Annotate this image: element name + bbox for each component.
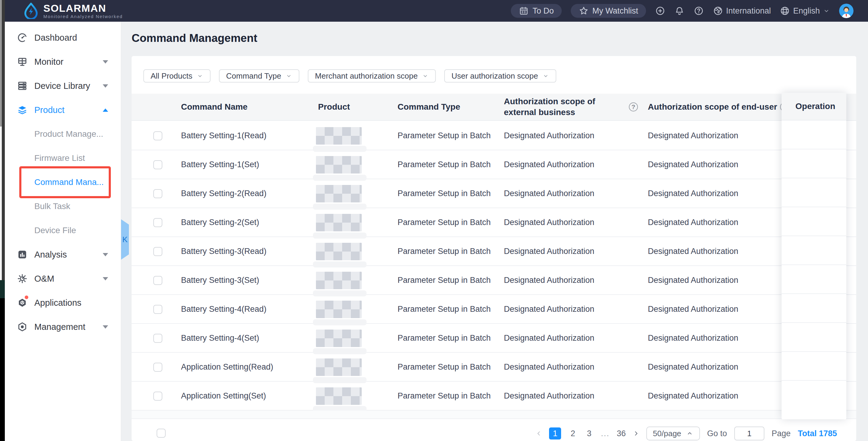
language-label: English — [793, 6, 820, 15]
censored-product-cell — [316, 243, 362, 260]
censored-product-cell — [316, 387, 362, 405]
sidebar-item-monitor[interactable]: Monitor — [5, 50, 121, 74]
operation-cell — [781, 236, 846, 265]
row-checkbox[interactable] — [153, 131, 162, 140]
operation-cell — [781, 207, 846, 236]
select-all-checkbox[interactable] — [157, 429, 166, 438]
filter-command-type[interactable]: Command Type — [219, 69, 299, 83]
censored-product-cell — [316, 272, 362, 289]
watchlist-label: My Watchlist — [592, 6, 638, 15]
gauge-icon — [17, 32, 28, 43]
filter-user-scope[interactable]: User authorization scope — [444, 69, 556, 83]
row-checkbox[interactable] — [153, 218, 162, 227]
next-page-icon[interactable] — [633, 431, 639, 437]
table-row: Battery Setting-4(Set) Parameter Setup i… — [132, 324, 856, 353]
sidebar-item-analysis[interactable]: Analysis — [5, 243, 121, 266]
table-row: Battery Setting-2(Set) Parameter Setup i… — [132, 208, 856, 237]
table-row: Battery Setting-4(Read) Parameter Setup … — [132, 295, 856, 324]
operation-cell — [781, 121, 846, 149]
censored-product-cell — [316, 214, 362, 231]
col-auth-enduser: Authorization scope of end-user ? — [648, 94, 789, 120]
sidebar-item-device-library[interactable]: Device Library — [5, 74, 121, 98]
page-size-select[interactable]: 50/page — [646, 427, 700, 440]
operation-cell — [781, 178, 846, 207]
notifications-bell-icon[interactable] — [674, 6, 685, 16]
avatar-icon — [839, 4, 854, 18]
sidebar-item-om[interactable]: O&M — [5, 266, 121, 291]
notification-badge — [24, 295, 29, 300]
page-number[interactable]: 36 — [617, 429, 626, 438]
command-name: Battery Setting-2(Read) — [181, 179, 267, 208]
command-name: Battery Setting-2(Set) — [181, 208, 259, 237]
chevron-up-icon — [103, 108, 108, 112]
help-icon[interactable] — [693, 6, 704, 16]
page-number-active[interactable]: 1 — [549, 428, 561, 440]
filter-all-products[interactable]: All Products — [143, 69, 211, 83]
gear-icon — [17, 273, 28, 284]
horizontal-scrollbar-track[interactable] — [132, 411, 856, 419]
col-command-type: Command Type — [398, 94, 460, 120]
desktop-edge — [0, 0, 5, 441]
sidebar-item-bulk-task[interactable]: Bulk Task — [5, 194, 121, 218]
watchlist-button[interactable]: My Watchlist — [571, 4, 646, 18]
row-checkbox[interactable] — [153, 160, 162, 169]
censored-product-cell — [316, 185, 362, 202]
page-number[interactable]: 3 — [585, 429, 594, 438]
table-row: Battery Setting-3(Set) Parameter Setup i… — [132, 266, 856, 295]
sidebar-item-firmware-list[interactable]: Firmware List — [5, 146, 121, 170]
operation-cell — [781, 352, 846, 381]
col-auth-external: Authorization scope of external business… — [504, 94, 645, 120]
earth-globe-icon — [713, 6, 723, 16]
row-checkbox[interactable] — [153, 391, 162, 401]
help-circle-icon[interactable]: ? — [629, 102, 638, 112]
censored-product-cell — [316, 156, 362, 174]
censored-product-cell — [316, 358, 362, 376]
language-menu[interactable]: English — [780, 6, 830, 16]
prev-page-icon[interactable] — [536, 431, 542, 437]
sidebar: Dashboard Monitor Device Library — [5, 22, 121, 441]
hexagon-dot-icon — [17, 321, 28, 332]
server-list-icon — [17, 81, 28, 91]
row-checkbox[interactable] — [153, 305, 162, 314]
row-checkbox[interactable] — [153, 247, 162, 256]
user-avatar[interactable] — [839, 4, 854, 18]
content-card: All Products Command Type Merchant autho… — [132, 56, 856, 441]
add-icon[interactable] — [655, 6, 665, 16]
chevron-down-icon — [422, 72, 429, 79]
sidebar-item-command-management[interactable]: Command Mana... — [5, 170, 121, 194]
page-number[interactable]: 2 — [568, 429, 577, 438]
chevron-down-icon — [823, 7, 830, 14]
layers-icon — [17, 104, 28, 115]
sidebar-item-applications[interactable]: Applications — [5, 291, 121, 315]
sidebar-collapse-handle[interactable]: K — [121, 219, 129, 260]
table-row: Battery Setting-1(Set) Parameter Setup i… — [132, 150, 856, 179]
table-body: Battery Setting-1(Read) Parameter Setup … — [132, 121, 856, 411]
pagination: 1 2 3 ... 36 50/page Go to Page Total 17… — [536, 427, 837, 440]
row-checkbox[interactable] — [153, 334, 162, 343]
solarman-drop-icon — [23, 3, 39, 19]
table-row: Application Setting(Set) Parameter Setup… — [132, 382, 856, 411]
row-checkbox[interactable] — [153, 189, 162, 198]
goto-page-input[interactable] — [734, 427, 765, 440]
sidebar-item-product[interactable]: Product — [5, 98, 121, 122]
row-checkbox[interactable] — [153, 363, 162, 372]
international-menu[interactable]: International — [713, 6, 771, 16]
sidebar-item-device-file[interactable]: Device File — [5, 218, 121, 243]
row-checkbox[interactable] — [153, 276, 162, 285]
sidebar-item-management[interactable]: Management — [5, 315, 121, 339]
todo-label: To Do — [532, 6, 554, 15]
page-title: Command Management — [132, 32, 257, 44]
table-row: Battery Setting-3(Read) Parameter Setup … — [132, 237, 856, 266]
command-name: Battery Setting-1(Read) — [181, 121, 267, 150]
sidebar-item-dashboard[interactable]: Dashboard — [5, 26, 121, 50]
todo-button[interactable]: To Do — [511, 4, 562, 18]
logo: SOLARMAN Monitored Analyzed Networked — [23, 3, 123, 19]
logo-title: SOLARMAN — [43, 3, 123, 13]
chevron-down-icon — [197, 72, 203, 79]
command-name: Battery Setting-4(Set) — [181, 324, 259, 352]
filter-merchant-scope[interactable]: Merchant authorization scope — [308, 69, 436, 83]
goto-label: Go to — [707, 429, 727, 438]
table-row: Battery Setting-1(Read) Parameter Setup … — [132, 121, 856, 150]
sidebar-item-product-management[interactable]: Product Manage... — [5, 122, 121, 146]
solar-panel-icon — [17, 56, 28, 67]
